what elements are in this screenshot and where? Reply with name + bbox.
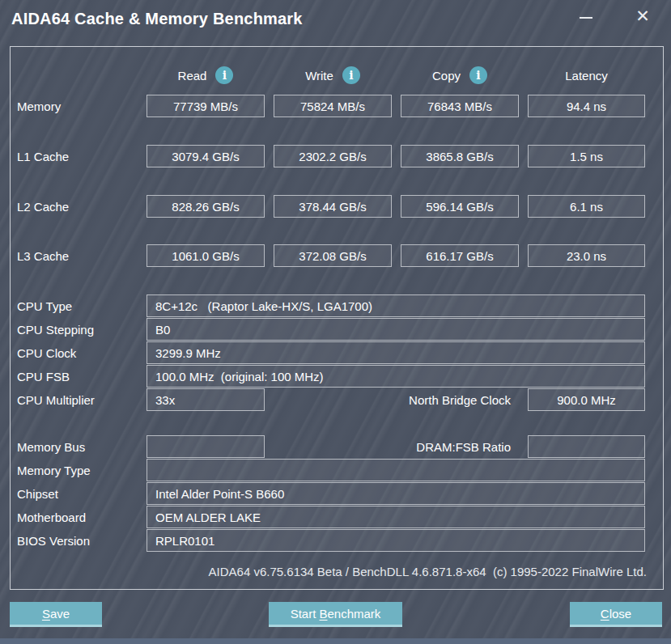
copy-info-icon[interactable]: i: [469, 66, 487, 84]
column-header-read: Read i: [147, 65, 265, 86]
memory-bus-value: [147, 435, 265, 458]
memory-copy-value: 76843 MB/s: [401, 95, 519, 117]
cpu-multiplier-value: 33x: [147, 388, 265, 411]
l2-read-value: 828.26 GB/s: [147, 195, 265, 218]
cpu-stepping-label: CPU Stepping: [17, 318, 94, 341]
read-info-icon[interactable]: i: [215, 66, 233, 84]
memory-write-value: 75824 MB/s: [274, 95, 392, 117]
cpu-fsb-value: 100.0 MHz (original: 100 MHz): [147, 365, 645, 388]
l1-read-value: 3079.4 GB/s: [147, 145, 265, 167]
close-button[interactable]: Close: [570, 602, 662, 627]
l1-copy-value: 3865.8 GB/s: [401, 145, 519, 167]
write-info-icon[interactable]: i: [342, 66, 360, 84]
chipset-label: Chipset: [17, 482, 58, 505]
close-window-button[interactable]: ✕: [630, 3, 656, 29]
row-label-l3-cache: L3 Cache: [17, 244, 69, 267]
minimize-icon: [580, 17, 592, 19]
l2-write-value: 378.44 GB/s: [274, 195, 392, 218]
save-button[interactable]: Save: [10, 602, 102, 627]
dram-fsb-ratio-label: DRAM:FSB Ratio: [416, 435, 511, 458]
memory-bus-label: Memory Bus: [17, 435, 85, 458]
background-window-edge: [0, 638, 671, 644]
memory-latency-value: 94.4 ns: [528, 95, 645, 117]
bios-version-value: RPLR0101: [147, 529, 645, 552]
l2-latency-value: 6.1 ns: [528, 195, 645, 218]
row-label-memory: Memory: [17, 95, 61, 117]
cpu-clock-label: CPU Clock: [17, 341, 76, 364]
row-label-l1-cache: L1 Cache: [17, 145, 69, 167]
titlebar: AIDA64 Cache & Memory Benchmark ✕: [0, 0, 671, 42]
copy-header-label: Copy: [432, 69, 461, 83]
cpu-type-label: CPU Type: [17, 294, 72, 317]
l2-copy-value: 596.14 GB/s: [401, 195, 519, 218]
north-bridge-clock-label: North Bridge Clock: [409, 388, 511, 411]
bios-version-label: BIOS Version: [17, 529, 90, 552]
column-header-copy: Copy i: [401, 65, 519, 86]
motherboard-value: OEM ALDER LAKE: [147, 506, 645, 528]
l3-read-value: 1061.0 GB/s: [147, 244, 265, 267]
minimize-button[interactable]: [575, 8, 597, 28]
memory-type-label: Memory Type: [17, 459, 91, 481]
cpu-stepping-value: B0: [147, 318, 645, 341]
write-header-label: Write: [305, 69, 333, 83]
cpu-type-value: 8C+12c (Raptor Lake-HX/S, LGA1700): [147, 294, 645, 317]
version-copyright-text: AIDA64 v6.75.6134 Beta / BenchDLL 4.6.87…: [209, 565, 647, 578]
l3-write-value: 372.08 GB/s: [274, 244, 392, 267]
l3-latency-value: 23.0 ns: [528, 244, 645, 267]
l1-latency-value: 1.5 ns: [528, 145, 645, 167]
motherboard-label: Motherboard: [17, 506, 86, 528]
column-header-latency: Latency: [528, 65, 645, 86]
dram-fsb-ratio-value: [528, 435, 645, 458]
chipset-value: Intel Alder Point-S B660: [147, 482, 645, 505]
main-panel: Read i Write i Copy i Latency Memory 777…: [10, 46, 664, 590]
memory-read-value: 77739 MB/s: [147, 95, 265, 117]
cpu-clock-value: 3299.9 MHz: [147, 341, 645, 364]
column-header-write: Write i: [274, 65, 392, 86]
cpu-multiplier-label: CPU Multiplier: [17, 388, 95, 411]
memory-type-value: [147, 459, 645, 481]
start-benchmark-button[interactable]: Start Benchmark: [269, 602, 402, 627]
window-title: AIDA64 Cache & Memory Benchmark: [11, 10, 303, 28]
l1-write-value: 2302.2 GB/s: [274, 145, 392, 167]
close-icon: ✕: [635, 6, 650, 26]
row-label-l2-cache: L2 Cache: [17, 195, 69, 218]
latency-header-label: Latency: [565, 69, 608, 83]
l3-copy-value: 616.17 GB/s: [401, 244, 519, 267]
cpu-fsb-label: CPU FSB: [17, 365, 70, 388]
north-bridge-clock-value: 900.0 MHz: [528, 388, 645, 411]
read-header-label: Read: [178, 69, 207, 83]
